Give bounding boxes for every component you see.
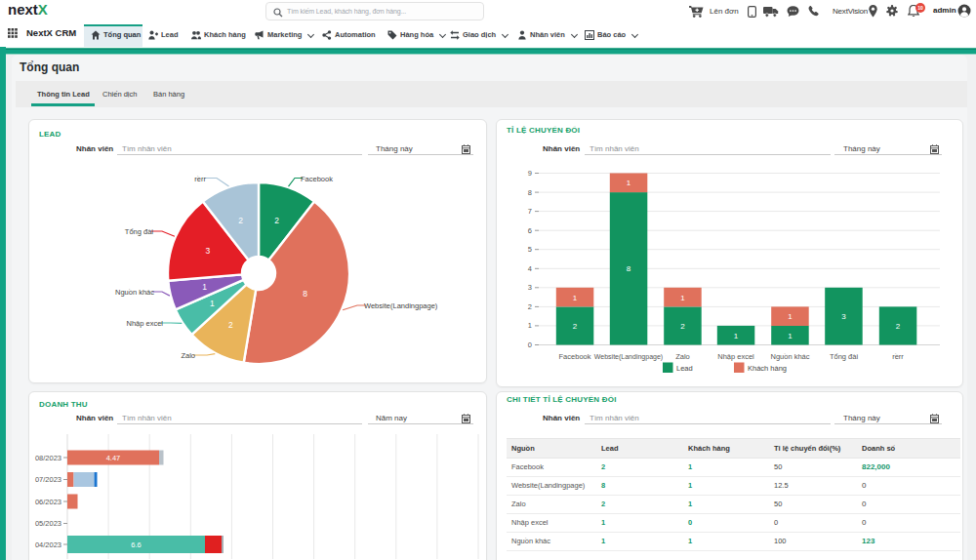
svg-text:6: 6 — [528, 226, 532, 235]
svg-text:2: 2 — [680, 322, 685, 331]
svg-text:1: 1 — [528, 321, 532, 330]
svg-text:5: 5 — [528, 245, 532, 254]
svg-text:8: 8 — [303, 289, 307, 299]
svg-text:1: 1 — [680, 294, 685, 302]
svg-text:2: 2 — [238, 216, 243, 225]
svg-text:7: 7 — [528, 207, 532, 216]
svg-text:1: 1 — [202, 282, 207, 292]
svg-text:rềrr: rềrr — [892, 352, 904, 361]
svg-text:08/2023: 08/2023 — [35, 454, 61, 462]
svg-text:1: 1 — [627, 179, 631, 187]
svg-text:4: 4 — [528, 264, 532, 273]
svg-text:Nguồn khác: Nguồn khác — [770, 352, 809, 361]
svg-text:2: 2 — [274, 216, 279, 225]
svg-text:Nhập excel: Nhập excel — [717, 352, 754, 361]
svg-text:06/2023: 06/2023 — [35, 498, 61, 506]
svg-text:2: 2 — [228, 320, 233, 330]
svg-text:Nhập excel: Nhập excel — [126, 319, 163, 328]
svg-text:04/2023: 04/2023 — [35, 540, 61, 549]
svg-text:8: 8 — [627, 264, 631, 273]
svg-text:Lead: Lead — [676, 364, 693, 373]
svg-text:3: 3 — [205, 246, 210, 256]
svg-text:Nguồn khác: Nguồn khác — [115, 288, 154, 297]
svg-text:05/2023: 05/2023 — [35, 519, 61, 528]
svg-text:6.6: 6.6 — [131, 540, 141, 549]
svg-text:2: 2 — [573, 322, 578, 331]
svg-text:Zalo: Zalo — [675, 352, 690, 361]
svg-text:8: 8 — [528, 188, 532, 197]
svg-text:4.47: 4.47 — [106, 454, 121, 462]
svg-text:1: 1 — [210, 299, 215, 308]
svg-text:1: 1 — [788, 312, 793, 321]
svg-text:1: 1 — [788, 332, 793, 340]
svg-text:Zalo: Zalo — [181, 351, 195, 360]
svg-text:0: 0 — [528, 340, 532, 349]
svg-text:Khách hàng: Khách hàng — [748, 364, 787, 373]
svg-text:Tổng đài: Tổng đài — [830, 352, 859, 361]
svg-text:9: 9 — [528, 169, 532, 178]
svg-text:2: 2 — [896, 322, 901, 331]
svg-text:3: 3 — [841, 312, 846, 321]
svg-text:Website(Landingpage): Website(Landingpage) — [594, 353, 663, 361]
svg-text:3: 3 — [528, 283, 532, 292]
svg-text:1: 1 — [573, 294, 578, 302]
svg-text:Tổng đài: Tổng đài — [125, 227, 154, 236]
svg-text:07/2023: 07/2023 — [35, 475, 61, 484]
svg-text:2: 2 — [528, 302, 532, 311]
svg-text:Facebook: Facebook — [301, 175, 333, 183]
svg-text:1: 1 — [734, 332, 739, 340]
svg-text:rềrr: rềrr — [194, 175, 206, 183]
svg-text:Facebook: Facebook — [559, 352, 591, 361]
svg-text:Website(Landingpage): Website(Landingpage) — [364, 301, 438, 310]
